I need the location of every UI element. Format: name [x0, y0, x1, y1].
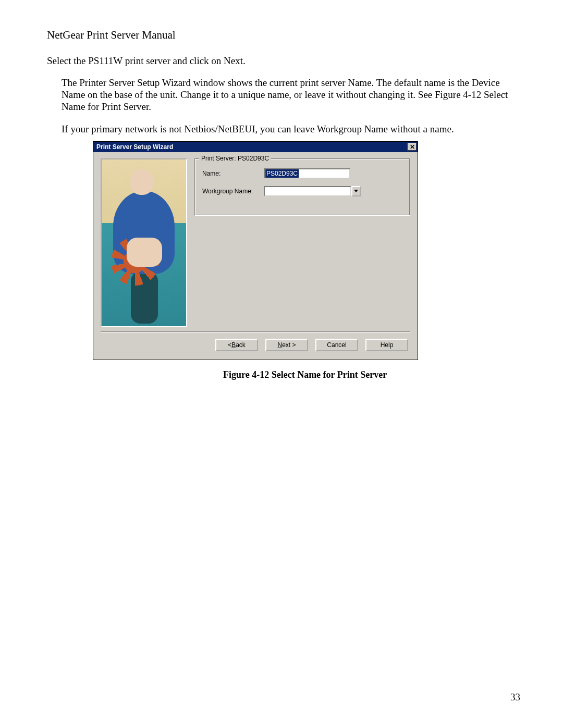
doc-title: NetGear Print Server Manual: [47, 29, 519, 42]
next-suffix: ext >: [282, 341, 296, 349]
back-suffix: ack: [236, 341, 246, 349]
section-heading: Select the PS111W print server and click…: [47, 55, 519, 67]
name-input-value: PS02D93C: [265, 169, 299, 178]
wizard-illustration: [101, 158, 187, 327]
workgroup-dropdown-button[interactable]: [351, 186, 361, 196]
chevron-down-icon: [354, 190, 358, 193]
back-button[interactable]: < Back: [215, 339, 258, 351]
next-button[interactable]: Next >: [265, 339, 308, 351]
titlebar-text: Print Server Setup Wizard: [96, 143, 173, 151]
button-row: < Back Next > Cancel Help: [101, 332, 410, 352]
titlebar: Print Server Setup Wizard ✕: [93, 142, 418, 152]
back-prefix: <: [228, 341, 231, 349]
workgroup-combo[interactable]: [264, 186, 361, 196]
name-input[interactable]: PS02D93C: [264, 168, 350, 179]
print-server-groupbox: Print Server: PS02D93C Name: PS02D93C Wo…: [194, 158, 410, 216]
cancel-button[interactable]: Cancel: [315, 339, 358, 351]
next-underline: N: [277, 341, 282, 349]
page-number: 33: [510, 692, 520, 703]
body-paragraph-2: If your primary network is not Netbios/N…: [62, 123, 519, 135]
help-button[interactable]: Help: [365, 339, 408, 351]
back-underline: B: [231, 341, 236, 349]
groupbox-legend: Print Server: PS02D93C: [199, 155, 271, 162]
figure-caption: Figure 4-12 Select Name for Print Server: [223, 369, 519, 380]
workgroup-input[interactable]: [264, 186, 351, 196]
wizard-dialog: Print Server Setup Wizard ✕ Print Serv: [93, 141, 418, 360]
close-icon: ✕: [410, 144, 415, 150]
body-paragraph-1: The Printer Server Setup Wizard window s…: [62, 77, 519, 113]
svg-marker-0: [354, 190, 358, 192]
cancel-label: Cancel: [327, 341, 346, 349]
help-label: Help: [381, 341, 394, 349]
close-button[interactable]: ✕: [408, 143, 417, 151]
name-label: Name:: [202, 170, 264, 177]
workgroup-label: Workgroup Name:: [202, 188, 264, 195]
